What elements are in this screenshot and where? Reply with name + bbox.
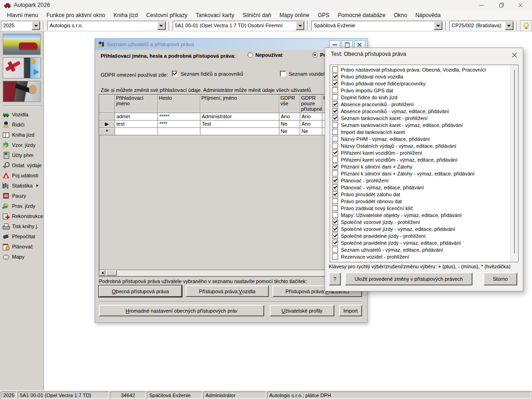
checked-checkbox-icon[interactable] <box>332 80 338 86</box>
dialog-help-button[interactable]: ? <box>329 272 341 285</box>
bulk-rights-button[interactable]: Hromadné nastavení obecných přístupových… <box>99 305 264 316</box>
rights-item-22[interactable]: Společné vzorové jízdy - prohlížení <box>330 218 518 225</box>
table-cell[interactable] <box>200 128 279 135</box>
sidebar-item-2[interactable]: Kniha jízd <box>0 130 43 140</box>
scroll-left-arrow-icon[interactable] <box>99 270 105 276</box>
table-cell[interactable]: admin <box>115 113 158 121</box>
menu-item-5[interactable]: Silniční daň <box>238 11 275 19</box>
radio-selected-icon[interactable] <box>312 52 318 58</box>
rights-item-1[interactable]: Právo přidávat nová vozidla <box>330 73 518 80</box>
vertical-scrollbar[interactable] <box>510 65 518 262</box>
unchecked-checkbox-icon[interactable] <box>332 129 338 135</box>
general-rights-button[interactable]: Obecná přístupová práva <box>99 285 182 297</box>
menu-item-7[interactable]: GPS <box>314 11 333 19</box>
checked-checkbox-icon[interactable] <box>332 191 338 197</box>
dropdown-arrow-icon[interactable] <box>157 21 166 30</box>
menu-item-0[interactable]: Hlavní menu <box>3 11 42 19</box>
table-cell[interactable]: Ano <box>300 113 322 121</box>
menu-item-6[interactable]: Mapy online <box>275 11 314 19</box>
sidebar-item-8[interactable]: Pauzy <box>0 191 43 201</box>
dropdown-arrow-icon[interactable] <box>434 21 442 30</box>
rights-item-9[interactable]: Import dat tankovacích karet <box>330 128 518 135</box>
checked-checkbox-icon[interactable] <box>332 240 338 246</box>
dropdown-arrow-icon[interactable] <box>296 21 304 30</box>
unchecked-checkbox-icon[interactable] <box>332 122 338 128</box>
checked-checkbox-icon[interactable] <box>332 233 338 239</box>
table-cell[interactable]: test <box>115 121 158 128</box>
rights-item-6[interactable]: Absence pracovníků - výmaz, editace, při… <box>330 108 518 115</box>
vehicle-select[interactable]: 5A1 00-01 (Opel Vectra 1.7 TD) Osobní Fi… <box>173 21 305 30</box>
rights-item-21[interactable]: Mapy: Uživatelské objekty - výmaz, edita… <box>330 212 518 218</box>
rights-item-4[interactable]: Doplnit řidiče do knih jízd <box>330 94 518 101</box>
rights-item-8[interactable]: Seznam tankovacích karet - výmaz, editac… <box>330 121 518 128</box>
close-button[interactable] <box>517 2 524 8</box>
sidebar-item-10[interactable]: Rekonstrukce <box>0 211 43 221</box>
sidebar-item-12[interactable]: Přepočítat <box>0 231 43 242</box>
sidebar-item-3[interactable]: Vzor. jízdy <box>0 140 43 150</box>
rights-item-25[interactable]: Společné pravidelné jízdy - výmaz, edita… <box>330 239 518 246</box>
vehicle-rights-button[interactable]: Přístupová práva: Vozidla <box>186 285 269 297</box>
rights-item-19[interactable]: Právo provádět obnovu dat <box>330 198 518 205</box>
table-cell[interactable]: Administrátor <box>200 113 279 121</box>
year-select[interactable]: 2025 <box>1 21 41 30</box>
unchecked-checkbox-icon[interactable] <box>332 254 338 260</box>
restore-button[interactable] <box>498 2 504 8</box>
rights-item-5[interactable]: Absence pracovníků - prohlížení <box>330 101 518 108</box>
sidebar-item-11[interactable]: Tisk knihy j. <box>0 221 43 231</box>
checked-checkbox-icon[interactable] <box>332 219 338 225</box>
import-button[interactable]: Import <box>339 305 362 316</box>
rights-item-23[interactable]: Společné vzorové jízdy - výmaz, editace,… <box>330 225 518 232</box>
unchecked-checkbox-icon[interactable] <box>332 66 338 73</box>
table-cell[interactable]: Ne <box>279 121 300 128</box>
user-profiles-button[interactable]: Uživatelské profily <box>270 305 334 316</box>
dropdown-arrow-icon[interactable] <box>31 21 40 30</box>
rights-item-13[interactable]: Přiřazení karet vozidlům - výmaz, editac… <box>330 156 518 163</box>
rights-item-24[interactable]: Společné pravidelné jízdy - prohlížení <box>330 232 518 239</box>
sidebar-item-0[interactable]: Vozidla <box>0 109 43 120</box>
rights-item-16[interactable]: Plánovač - prohlížení <box>330 177 518 184</box>
unchecked-checkbox-icon[interactable] <box>280 71 286 77</box>
unchecked-checkbox-icon[interactable] <box>332 170 338 176</box>
dialog-close-icon[interactable] <box>511 51 518 59</box>
menu-item-2[interactable]: Kniha jízd <box>109 11 142 19</box>
rights-item-0[interactable]: Právo nastavovat přístupová práva: Obecn… <box>330 66 518 73</box>
cancel-button[interactable]: Storno <box>484 272 517 285</box>
company-select[interactable]: Autologis s.r.o. <box>47 21 166 30</box>
table-cell[interactable]: Ano <box>300 121 322 128</box>
scrollbar-thumb[interactable] <box>106 270 117 276</box>
unchecked-checkbox-icon[interactable] <box>332 205 338 211</box>
driver-select[interactable]: Spáčilová Evženie <box>311 21 443 30</box>
menu-item-9[interactable]: Okno <box>390 11 411 19</box>
scrollbar-thumb[interactable] <box>514 70 515 254</box>
checked-checkbox-icon[interactable] <box>332 73 338 79</box>
sidebar-item-5[interactable]: Ostat. výdaje <box>0 160 43 170</box>
table-cell[interactable]: Test <box>200 121 279 128</box>
table-cell[interactable]: Ano <box>279 113 300 121</box>
menu-item-8[interactable]: Pomocné databáze <box>333 11 389 19</box>
sidebar-item-6[interactable]: Poj.události <box>0 170 43 181</box>
sidebar-item-1[interactable]: Řidiči <box>0 120 43 130</box>
sidebar-item-14[interactable]: Mapy <box>0 252 43 262</box>
table-cell[interactable]: Ne <box>279 128 300 135</box>
rights-item-26[interactable]: Seznam uživatelů - výmaz, editace, přidá… <box>330 246 518 253</box>
table-cell[interactable] <box>115 128 158 135</box>
menu-item-4[interactable]: Tankovací karty <box>192 11 238 19</box>
unchecked-checkbox-icon[interactable] <box>332 212 338 218</box>
rights-item-11[interactable]: Názvy Ostatních výdajů - výmaz, editace,… <box>330 142 518 149</box>
rights-item-10[interactable]: Názvy PHM - výmaz, editace, přidávání <box>330 135 518 142</box>
dropdown-arrow-icon[interactable] <box>505 21 514 30</box>
save-changes-button[interactable]: Uložit provedené změny v přístupových pr… <box>345 272 472 285</box>
checked-checkbox-icon[interactable] <box>332 226 338 232</box>
sidebar-item-7[interactable]: Statistika <box>0 181 43 191</box>
menu-item-1[interactable]: Funkce pro aktivní okno <box>42 11 109 19</box>
menu-item-10[interactable]: Nápověda <box>411 11 445 19</box>
trip-select[interactable]: CP25/002 (Bratislava) <box>449 21 514 30</box>
rights-item-14[interactable]: Přiznání k silniční dani + Zálohy <box>330 163 518 170</box>
sidebar-item-9[interactable]: Prav. jízdy <box>0 201 43 211</box>
menu-item-3[interactable]: Cestovní příkazy <box>142 11 191 19</box>
minimize-button[interactable] <box>478 2 485 8</box>
gdpr-vehicles-checkbox[interactable]: Seznam vozidel <box>280 71 325 77</box>
sidebar-item-13[interactable]: Plánovač <box>0 242 43 252</box>
rights-item-15[interactable]: Přiznání k silniční dani + Zálohy - výma… <box>330 170 518 177</box>
checked-checkbox-icon[interactable] <box>332 115 338 121</box>
